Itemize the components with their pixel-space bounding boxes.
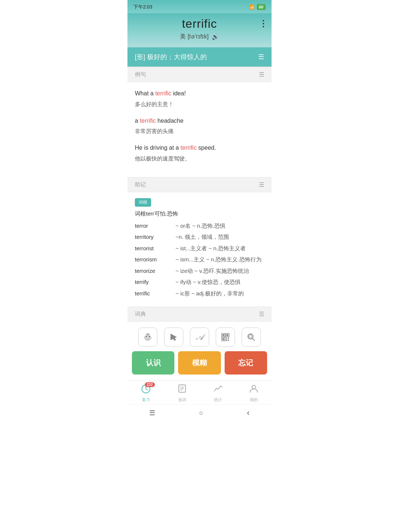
mnemonics-filter-icon[interactable]: ☰ (259, 181, 264, 188)
dictionary-label: 词典 (135, 311, 146, 318)
root-word: terrorize (135, 267, 175, 275)
fuzzy-button[interactable]: 模糊 (178, 351, 221, 375)
example-zh-1: 多么好的主意！ (135, 100, 264, 109)
svg-point-4 (149, 336, 150, 338)
root-word: terrorism (135, 255, 175, 264)
root-row-terrify: terrify ~ ify动 ~ v.使惊恐，使恐惧 (135, 278, 264, 287)
more-menu-button[interactable] (261, 18, 266, 29)
example-en-after-3: speed. (197, 145, 216, 151)
examples-filter-icon[interactable]: ☰ (259, 71, 264, 78)
root-meaning: ~ or名 ~ n.恐怖.恐惧 (175, 222, 264, 230)
root-meaning: ~ ify动 ~ v.使惊恐，使恐惧 (175, 278, 264, 287)
word-title: terrific (135, 17, 264, 31)
nav-item-profile[interactable]: 我的 (249, 384, 259, 403)
root-word: territory (135, 233, 175, 241)
example-en-2: a terrific headache (135, 116, 264, 126)
dict-icon-font[interactable]: 𝒜 (190, 328, 209, 347)
root-row-terrific: terrific ~ ic形 ~ adj.极好的，非常的 (135, 289, 264, 298)
more-menu-dot (263, 26, 264, 27)
dict-icon-search[interactable] (242, 328, 261, 347)
sound-icon[interactable]: 🔊 (212, 33, 219, 40)
dict-icon-qr[interactable] (216, 328, 235, 347)
review-badge: 232 (145, 382, 155, 387)
mnemonics-section-header: 助记 ☰ (127, 177, 272, 192)
dict-icon-owl[interactable] (138, 328, 157, 347)
example-en-before: What a (135, 90, 155, 96)
mnemonics-label: 助记 (135, 181, 146, 188)
word-root-badge: 词根 (135, 198, 151, 207)
dictionary-section-header: 词典 ☰ (127, 306, 272, 322)
sys-nav-back[interactable]: ‹ (247, 408, 249, 418)
example-en-after: idea! (171, 90, 186, 96)
dict-icon-bing[interactable] (164, 328, 183, 347)
example-zh-2: 非常厉害的头痛 (135, 127, 264, 136)
svg-rect-14 (226, 338, 227, 339)
root-row-terror: terror ~ or名 ~ n.恐怖.恐惧 (135, 222, 264, 230)
signal-icon: 📶 (249, 4, 255, 10)
root-word: terrific (135, 289, 175, 298)
more-menu-dot (263, 20, 264, 21)
root-row-terrorist: terrorist ~ ist...主义者 ~ n.恐怖主义者 (135, 244, 264, 253)
status-bar: 下午2:03 📶 60 (127, 0, 272, 13)
root-word: terrorist (135, 244, 175, 253)
definition-filter-icon[interactable]: ☰ (258, 53, 264, 61)
dictionary-icons: 𝒜 (127, 322, 272, 351)
root-meaning: ~ ist...主义者 ~ n.恐怖主义者 (175, 244, 264, 253)
example-highlight-2: terrific (140, 118, 156, 124)
example-block-1: What a terrific idea! 多么好的主意！ (135, 89, 264, 109)
root-word: terror (135, 222, 175, 230)
example-en-after-2: headache (156, 118, 184, 124)
svg-rect-13 (222, 338, 224, 340)
bottom-nav: 232 复习 选词 统计 我的 (127, 380, 272, 404)
action-buttons: 认识 模糊 忘记 (127, 351, 272, 380)
example-en-1: What a terrific idea! (135, 89, 264, 98)
root-row-territory: territory ~n. 领土，领域，范围 (135, 233, 264, 241)
svg-rect-15 (228, 338, 229, 339)
svg-rect-9 (222, 334, 224, 336)
example-highlight: terrific (155, 90, 171, 96)
wordselect-icon (177, 384, 187, 396)
svg-line-25 (146, 389, 148, 390)
svg-rect-11 (226, 334, 228, 336)
example-en-3: He is driving at a terrific speed. (135, 143, 264, 153)
nav-item-review[interactable]: 232 复习 (141, 384, 151, 403)
system-nav: ☰ ○ ‹ (127, 404, 272, 423)
forget-button[interactable]: 忘记 (225, 351, 267, 375)
root-word: terrify (135, 278, 175, 287)
more-menu-dot (263, 23, 264, 24)
example-block-2: a terrific headache 非常厉害的头痛 (135, 116, 264, 136)
svg-marker-7 (171, 334, 177, 340)
svg-point-19 (249, 335, 252, 338)
status-time: 下午2:03 (133, 4, 152, 10)
example-zh-3: 他以极快的速度驾驶。 (135, 154, 264, 163)
profile-icon (249, 384, 259, 396)
example-highlight-3: terrific (181, 145, 197, 151)
example-en-before-3: He is driving at a (135, 145, 181, 151)
nav-item-wordselect[interactable]: 选词 (177, 384, 187, 403)
definition-bar: [形] 极好的；大得惊人的 ☰ (127, 47, 272, 67)
root-meaning: ~n. 领土，领域，范围 (175, 233, 264, 241)
root-table: terror ~ or名 ~ n.恐怖.恐惧 territory ~n. 领土，… (135, 222, 264, 298)
header: terrific 美 [təˈrɪfɪk] 🔊 (127, 13, 272, 47)
svg-point-30 (252, 385, 256, 389)
root-description: 词根terr可怕.恐怖 (135, 210, 264, 217)
battery-icon: 60 (257, 4, 266, 10)
examples-section-header: 例句 ☰ (127, 67, 272, 82)
definition-text: [形] 极好的；大得惊人的 (135, 52, 207, 61)
status-right: 📶 60 (249, 4, 266, 10)
know-button[interactable]: 认识 (132, 351, 174, 375)
root-row-terrorism: terrorism ~ ism...主义 ~ n.恐怖主义.恐怖行为 (135, 255, 264, 264)
svg-point-3 (146, 336, 147, 338)
nav-item-stats[interactable]: 统计 (213, 384, 223, 403)
root-meaning: ~ ism...主义 ~ n.恐怖主义.恐怖行为 (175, 255, 264, 264)
dictionary-filter-icon[interactable]: ☰ (259, 311, 264, 318)
example-block-3: He is driving at a terrific speed. 他以极快的… (135, 143, 264, 163)
example-en-before-2: a (135, 118, 140, 124)
sys-nav-menu[interactable]: ☰ (149, 409, 155, 417)
nav-label-stats: 统计 (214, 397, 222, 403)
svg-line-20 (252, 338, 255, 340)
examples-section: What a terrific idea! 多么好的主意！ a terrific… (127, 82, 272, 177)
svg-rect-16 (226, 339, 227, 341)
root-meaning: ~ ize动 ~ v.恐吓.实施恐怖统治 (175, 267, 264, 275)
sys-nav-home[interactable]: ○ (199, 409, 203, 417)
